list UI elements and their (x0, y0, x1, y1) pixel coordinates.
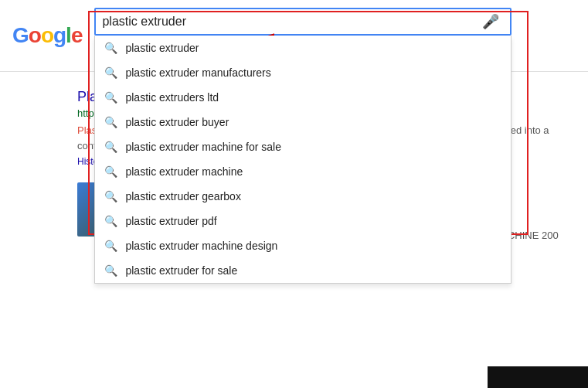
dropdown-item-6[interactable]: 🔍 plastic extruder gearbox (95, 184, 511, 209)
search-hint-icon: 🔍 (104, 141, 117, 153)
search-hint-icon: 🔍 (104, 91, 117, 104)
google-logo[interactable]: Google (12, 23, 82, 48)
header: Google 🎤 🔍 plastic extruder 🔍 (0, 0, 588, 72)
dropdown-item-1[interactable]: 🔍 plastic extruder manufacturers (95, 60, 511, 85)
dropdown-item-label: plastic extruder machine design (125, 240, 277, 252)
search-hint-icon: 🔍 (104, 240, 117, 252)
dropdown-item-label: plastic extruder pdf (125, 215, 216, 227)
search-hint-icon: 🔍 (104, 264, 117, 277)
dropdown-item-label: plastic extruder gearbox (125, 190, 240, 203)
search-hint-icon: 🔍 (104, 190, 117, 203)
search-hint-icon: 🔍 (104, 215, 117, 227)
dropdown-item-label: plastic extruder machine (125, 165, 243, 178)
dropdown-item-label: plastic extruder manufacturers (125, 66, 270, 79)
dropdown-item-label: plastic extruder buyer (125, 116, 229, 128)
dropdown-item-3[interactable]: 🔍 plastic extruder buyer (95, 110, 511, 134)
search-hint-icon: 🔍 (104, 116, 117, 128)
microphone-icon[interactable]: 🎤 (482, 13, 499, 30)
search-box: 🎤 (94, 8, 512, 36)
search-container: 🎤 🔍 plastic extruder 🔍 plastic extruder … (94, 8, 512, 63)
search-hint-icon: 🔍 (104, 42, 117, 54)
dropdown-item-7[interactable]: 🔍 plastic extruder pdf (95, 209, 511, 233)
dropdown-item-4[interactable]: 🔍 plastic extruder machine for sale (95, 134, 511, 159)
search-input[interactable] (102, 15, 478, 29)
dropdown-item-label: plastic extruder (125, 42, 199, 54)
dropdown-item-9[interactable]: 🔍 plastic extruder for sale (95, 258, 511, 283)
dropdown-item-label: plastic extruder for sale (125, 264, 237, 277)
search-dropdown: 🔍 plastic extruder 🔍 plastic extruder ma… (94, 36, 512, 284)
dropdown-item-5[interactable]: 🔍 plastic extruder machine (95, 159, 511, 184)
search-hint-icon: 🔍 (104, 165, 117, 178)
search-hint-icon: 🔍 (104, 66, 117, 79)
dropdown-item-label: plastic extruder machine for sale (125, 141, 281, 153)
dropdown-item-8[interactable]: 🔍 plastic extruder machine design (95, 233, 511, 258)
black-bar (488, 366, 588, 388)
dropdown-item-0[interactable]: 🔍 plastic extruder (95, 36, 511, 60)
dropdown-item-2[interactable]: 🔍 plastic extruders ltd (95, 85, 511, 110)
dropdown-item-label: plastic extruders ltd (125, 91, 219, 104)
